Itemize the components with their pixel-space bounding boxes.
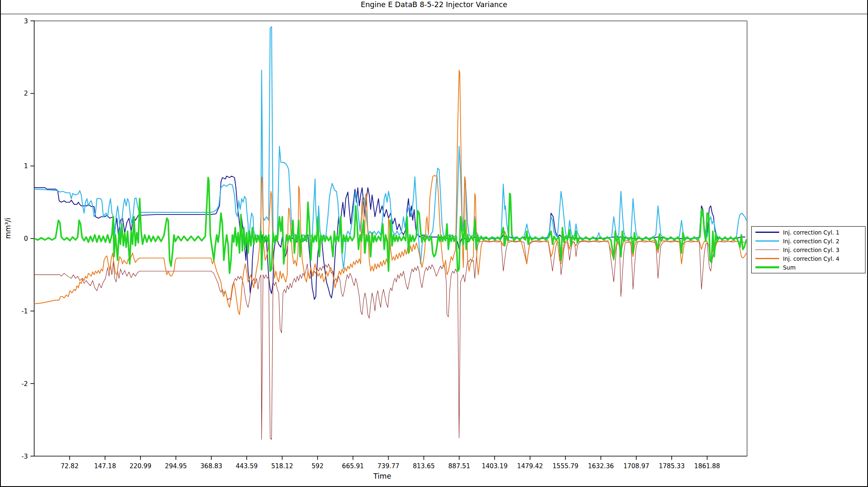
- legend-item: Inj. correction Cyl. 3: [752, 246, 865, 254]
- legend-label: Inj. correction Cyl. 4: [783, 255, 839, 262]
- x-tick-label: 887.51: [448, 462, 470, 470]
- legend-line-cyl3: [755, 250, 779, 250]
- x-tick-label: 294.95: [165, 462, 187, 470]
- legend-item: Inj. correction Cyl. 4: [752, 255, 865, 263]
- y-tick-label: 1: [24, 162, 28, 170]
- x-tick-label: 1785.33: [659, 462, 685, 470]
- x-tick-label: 1708.97: [623, 462, 649, 470]
- y-tick-label: 2: [24, 90, 28, 97]
- legend-line-sum: [755, 266, 779, 268]
- x-tick-label: 368.83: [201, 462, 223, 470]
- y-tick-label: -3: [22, 453, 28, 460]
- x-tick-label: 592: [311, 462, 324, 470]
- x-tick-label: 72.82: [61, 462, 79, 470]
- legend: Inj. correction Cyl. 1 Inj. correction C…: [751, 226, 865, 273]
- legend-item: Sum: [752, 263, 865, 272]
- x-tick-label: 813.65: [413, 462, 435, 470]
- legend-line-cyl2: [755, 240, 779, 242]
- x-tick-label: 739.77: [377, 462, 399, 470]
- y-tick-label: 3: [24, 18, 28, 25]
- x-tick-label: 1403.19: [482, 462, 507, 470]
- y-axis-label: mm³/i: [3, 203, 13, 253]
- x-tick-label: 147.18: [94, 462, 116, 470]
- x-axis-label: Time: [341, 472, 424, 480]
- legend-label: Inj. correction Cyl. 2: [783, 238, 839, 245]
- x-tick-label: 665.91: [342, 462, 364, 470]
- series-line-4: [34, 70, 746, 315]
- x-tick-label: 1555.79: [552, 462, 578, 470]
- y-tick-label: -2: [22, 380, 28, 388]
- legend-label: Sum: [783, 264, 795, 271]
- legend-line-cyl4: [755, 258, 779, 259]
- chart-canvas: 3210-1-2-372.82147.18220.99294.95368.834…: [1, 0, 868, 487]
- x-tick-label: 220.99: [130, 462, 152, 470]
- series-line-3: [34, 242, 746, 440]
- x-tick-label: 443.59: [236, 462, 258, 470]
- y-tick-label: -1: [22, 308, 28, 315]
- x-tick-label: 1479.42: [517, 462, 543, 470]
- series-line-5: [34, 178, 746, 273]
- legend-item: Inj. correction Cyl. 2: [752, 237, 865, 245]
- legend-item: Inj. correction Cyl. 1: [752, 228, 865, 237]
- legend-label: Inj. correction Cyl. 3: [783, 247, 839, 253]
- legend-line-cyl1: [755, 232, 779, 232]
- y-tick-label: 0: [24, 235, 28, 242]
- x-tick-label: 1861.88: [694, 462, 720, 470]
- legend-label: Inj. correction Cyl. 1: [783, 229, 839, 236]
- x-tick-label: 1632.36: [588, 462, 614, 470]
- x-tick-label: 518.12: [271, 462, 293, 470]
- chart-window: Engine E DataB 8-5-22 Injector Variance …: [0, 0, 868, 487]
